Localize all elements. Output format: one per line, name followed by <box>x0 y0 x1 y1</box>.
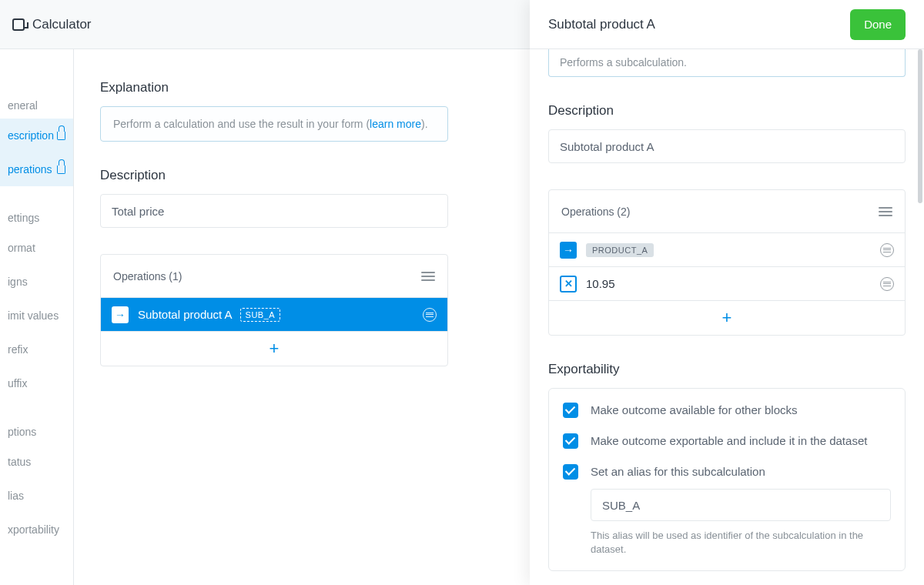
description-input[interactable] <box>100 194 448 228</box>
multiply-icon <box>560 276 577 292</box>
subcalc-hint: Performs a subcalculation. <box>548 49 906 77</box>
detail-description-input[interactable] <box>548 129 906 163</box>
operation-row-subtotal-a[interactable]: Subtotal product A SUB_A <box>101 298 447 332</box>
checkbox[interactable] <box>563 403 578 418</box>
alias-input[interactable] <box>591 489 891 521</box>
menu-icon[interactable] <box>421 272 435 281</box>
operations-panel: Operations (1) Subtotal product A SUB_A … <box>100 254 448 366</box>
sidebar-group-settings: ettings <box>0 186 73 231</box>
sidebar-item-limit-values[interactable]: imit values <box>0 299 73 333</box>
app-root: Calculator Change type Done eneral escri… <box>0 0 924 585</box>
menu-icon[interactable] <box>879 207 892 216</box>
sidebar-group-general: eneral <box>0 74 73 119</box>
sidebar-item-format[interactable]: ormat <box>0 231 73 265</box>
detail-title: Subtotal product A <box>548 17 838 32</box>
description-heading: Description <box>100 168 448 183</box>
checkbox[interactable] <box>563 433 578 449</box>
detail-header: Subtotal product A Done <box>530 0 924 49</box>
row-menu-icon[interactable] <box>880 277 894 291</box>
operation-row-multiplier[interactable]: 10.95 <box>549 267 905 301</box>
detail-operations-panel: Operations (2) PRODUCT_A 10.95 + <box>548 189 906 336</box>
arrow-right-icon <box>112 306 129 323</box>
sidebar: eneral escription perations ettings orma… <box>0 49 74 585</box>
export-opt-alias: Set an alias for this subcalculation Thi… <box>563 464 891 557</box>
operations-heading: Operations (1) <box>113 270 182 282</box>
row-menu-icon[interactable] <box>880 243 894 257</box>
operation-chip: PRODUCT_A <box>586 243 654 257</box>
calculator-icon <box>12 18 25 31</box>
export-opt-dataset: Make outcome exportable and include it i… <box>563 433 891 449</box>
explanation-box: Perform a calculation and use the result… <box>100 106 448 142</box>
detail-done-button[interactable]: Done <box>850 9 906 40</box>
detail-body: Performs a subcalculation. Description O… <box>530 49 924 585</box>
add-operation-button[interactable]: + <box>549 301 905 335</box>
sidebar-item-exportability[interactable]: xportability <box>0 513 73 547</box>
sidebar-item-operations[interactable]: perations <box>0 152 73 186</box>
explanation-heading: Explanation <box>100 80 448 95</box>
sidebar-item-prefix[interactable]: refix <box>0 333 73 366</box>
sidebar-item-suffix[interactable]: uffix <box>0 366 73 400</box>
detail-description-heading: Description <box>548 103 906 119</box>
lock-icon <box>57 132 65 140</box>
scrollbar[interactable] <box>918 49 922 203</box>
alias-helper: This alias will be used as identifier of… <box>591 529 891 557</box>
operation-row-product-a[interactable]: PRODUCT_A <box>549 233 905 267</box>
checkbox[interactable] <box>563 464 578 480</box>
operations-header: Operations (1) <box>101 255 447 298</box>
sidebar-item-description[interactable]: escription <box>0 119 73 152</box>
detail-panel: Subtotal product A Done Performs a subca… <box>530 0 924 585</box>
sidebar-group-options: ptions <box>0 400 73 445</box>
arrow-right-icon <box>560 242 577 259</box>
sidebar-item-alias[interactable]: lias <box>0 479 73 513</box>
export-opt-available: Make outcome available for other blocks <box>563 403 891 418</box>
alias-block: This alias will be used as identifier of… <box>591 489 891 557</box>
add-operation-button[interactable]: + <box>101 332 447 366</box>
exportability-heading: Exportability <box>548 362 906 377</box>
main-pane: Explanation Perform a calculation and us… <box>74 49 474 585</box>
operation-value: 10.95 <box>586 277 871 290</box>
detail-operations-header: Operations (2) <box>549 190 905 233</box>
exportability-box: Make outcome available for other blocks … <box>548 388 906 571</box>
operation-tag: SUB_A <box>240 308 281 322</box>
learn-more-link[interactable]: learn more <box>370 118 421 130</box>
detail-operations-heading: Operations (2) <box>561 206 630 218</box>
page-title: Calculator <box>32 17 92 32</box>
sidebar-item-status[interactable]: tatus <box>0 445 73 479</box>
lock-icon <box>57 165 65 174</box>
sidebar-item-signs[interactable]: igns <box>0 265 73 299</box>
row-menu-icon[interactable] <box>423 308 437 322</box>
